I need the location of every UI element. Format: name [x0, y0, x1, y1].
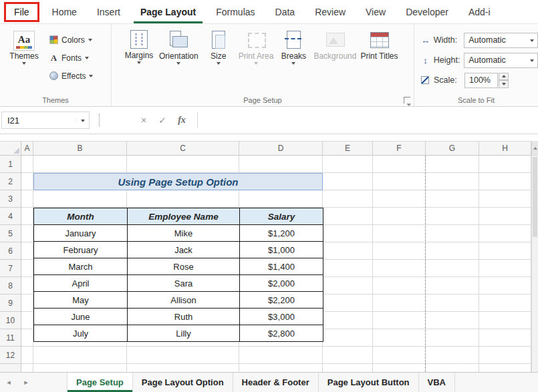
column-header-F[interactable]: F — [373, 142, 426, 155]
margins-button[interactable]: Margins — [121, 27, 157, 65]
ribbon-tab-insert[interactable]: Insert — [87, 0, 130, 23]
print-titles-button[interactable]: Print Titles — [358, 27, 400, 65]
ribbon-tab-view[interactable]: View — [356, 0, 396, 23]
table-cell[interactable]: May — [34, 292, 128, 309]
worksheet-area: ABCDEFGH 123456789101112 Using Page Setu… — [0, 134, 538, 372]
table-cell[interactable]: February — [34, 242, 128, 258]
row-header-5[interactable]: 5 — [0, 225, 21, 242]
table-cell[interactable]: Mike — [128, 225, 240, 242]
table-cell[interactable]: April — [34, 275, 128, 292]
table-cell[interactable]: Sara — [128, 275, 240, 292]
row-header-6[interactable]: 6 — [0, 242, 21, 260]
print-area-button[interactable]: Print Area — [237, 27, 276, 65]
breaks-label: Breaks — [281, 51, 306, 61]
themes-button[interactable]: Themes — [5, 28, 43, 85]
ribbon-tab-review[interactable]: Review — [305, 0, 356, 23]
row-header-9[interactable]: 9 — [0, 295, 21, 312]
table-cell[interactable]: $1,200 — [240, 225, 323, 242]
sheet-nav-left-icon[interactable]: ◂ — [0, 373, 17, 392]
column-header-A[interactable]: A — [21, 142, 33, 155]
background-button[interactable]: Background — [311, 27, 358, 65]
table-row: JulyLilly$2,800 — [34, 325, 323, 342]
vertical-scrollbar[interactable] — [531, 141, 538, 372]
data-table[interactable]: MonthEmployee NameSalaryJanuaryMike$1,20… — [33, 208, 323, 342]
page-setup-dialog-launcher-icon[interactable] — [404, 97, 410, 104]
column-header-H[interactable]: H — [479, 142, 531, 155]
column-header-B[interactable]: B — [33, 142, 127, 155]
sheet-tab-page-layout-option[interactable]: Page Layout Option — [133, 373, 233, 392]
ribbon-tab-home[interactable]: Home — [42, 0, 87, 23]
ribbon-tab-page-layout[interactable]: Page Layout — [130, 0, 206, 23]
enter-check-icon[interactable]: ✓ — [153, 115, 172, 126]
table-cell[interactable]: $2,000 — [240, 275, 323, 292]
scroll-up-icon[interactable] — [532, 141, 538, 156]
themes-button-label: Themes — [9, 51, 38, 61]
chevron-down-icon[interactable] — [527, 38, 537, 42]
scrollbar-thumb[interactable] — [533, 157, 537, 237]
scale-spin-down-icon[interactable] — [499, 80, 509, 88]
table-cell[interactable]: $1,000 — [240, 242, 323, 258]
table-cell[interactable]: $2,800 — [240, 325, 323, 342]
ribbon-tab-data[interactable]: Data — [265, 0, 305, 23]
table-cell[interactable]: Ruth — [128, 309, 240, 325]
sheet-tab-page-layout-button[interactable]: Page Layout Button — [319, 373, 419, 392]
ribbon-tab-developer[interactable]: Developer — [396, 0, 458, 23]
name-box[interactable]: I21 — [1, 112, 90, 129]
sheet-tab-header-footer[interactable]: Header & Footer — [233, 373, 319, 392]
height-combobox[interactable]: Automatic — [464, 53, 538, 68]
ribbon-tab-add-i[interactable]: Add-i — [458, 0, 501, 23]
width-combobox[interactable]: Automatic — [464, 33, 538, 48]
table-cell[interactable]: January — [34, 225, 128, 242]
size-button[interactable]: Size — [200, 27, 237, 65]
orientation-button[interactable]: Orientation — [157, 27, 200, 65]
row-header-7[interactable]: 7 — [0, 260, 21, 277]
scale-spinbox[interactable]: 100% — [464, 73, 498, 88]
sheet-tab-vba[interactable]: VBA — [419, 373, 455, 392]
orientation-label: Orientation — [159, 51, 198, 61]
grid-body[interactable]: 123456789101112 Using Page Setup Option … — [0, 156, 531, 372]
column-header-C[interactable]: C — [127, 142, 239, 155]
ribbon-tab-formulas[interactable]: Formulas — [206, 0, 265, 23]
table-cell[interactable]: Allison — [128, 292, 240, 309]
row-header-12[interactable]: 12 — [0, 347, 21, 364]
colors-button[interactable]: Colors — [49, 31, 96, 49]
worksheet-title-cell[interactable]: Using Page Setup Option — [33, 173, 323, 190]
scale-spin-up-icon[interactable] — [499, 73, 509, 81]
table-cell[interactable]: June — [34, 309, 128, 325]
sheet-nav-right-icon[interactable]: ▸ — [17, 373, 35, 392]
table-header-cell[interactable]: Salary — [240, 208, 323, 225]
row-header-10[interactable]: 10 — [0, 312, 21, 329]
sheet-tab-page-setup[interactable]: Page Setup — [67, 373, 133, 392]
table-cell[interactable]: $1,400 — [240, 258, 323, 275]
select-all-corner[interactable] — [0, 142, 21, 155]
column-header-E[interactable]: E — [323, 142, 373, 155]
breaks-button[interactable]: Breaks — [275, 27, 311, 65]
table-cell[interactable]: $3,000 — [240, 309, 323, 325]
table-cell[interactable]: Rose — [128, 258, 240, 275]
table-cell[interactable]: Lilly — [128, 325, 240, 342]
row-header-3[interactable]: 3 — [0, 190, 21, 208]
ribbon-tab-file[interactable]: File — [4, 2, 39, 22]
row-header-11[interactable]: 11 — [0, 329, 21, 347]
table-cell[interactable]: Jack — [128, 242, 240, 258]
chevron-down-icon[interactable] — [527, 58, 537, 62]
table-row: FebruaryJack$1,000 — [34, 242, 323, 258]
column-header-G[interactable]: G — [426, 142, 479, 155]
row-header-2[interactable]: 2 — [0, 173, 21, 190]
table-cell[interactable]: July — [34, 325, 128, 342]
row-header-8[interactable]: 8 — [0, 277, 21, 295]
table-header-cell[interactable]: Month — [34, 208, 128, 225]
table-cell[interactable]: March — [34, 258, 128, 275]
chevron-down-icon — [254, 62, 258, 65]
table-header-cell[interactable]: Employee Name — [128, 208, 240, 225]
table-cell[interactable]: $2,200 — [240, 292, 323, 309]
row-header-4[interactable]: 4 — [0, 208, 21, 225]
formula-input[interactable] — [198, 112, 538, 129]
chevron-down-icon[interactable] — [76, 118, 89, 122]
insert-function-icon[interactable]: fx — [172, 115, 192, 126]
cancel-icon[interactable]: × — [134, 115, 153, 126]
effects-button[interactable]: Effects — [49, 67, 96, 85]
fonts-button[interactable]: Fonts — [49, 49, 96, 67]
column-header-D[interactable]: D — [239, 142, 323, 155]
row-header-1[interactable]: 1 — [0, 156, 21, 173]
